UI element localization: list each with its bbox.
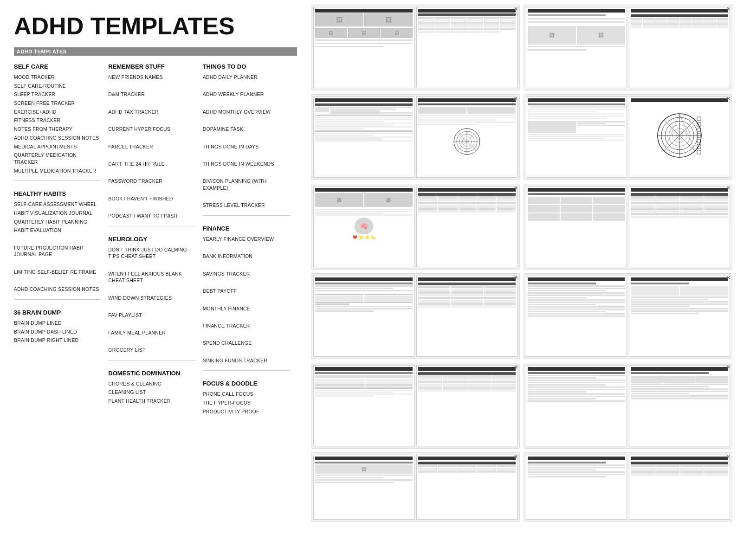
item-stress <box>203 193 290 200</box>
img-5a-1: 🖼 <box>315 193 363 207</box>
item-monthly-finance2: MONTHLY FINANCE <box>203 305 290 312</box>
close-btn-1[interactable]: ✕ <box>514 6 517 12</box>
item-daily-planner: ADHD DAILY PLANNER <box>203 74 290 81</box>
left-panel: ADHD TEMPLATES ADHD TEMPLATES SELF CARE … <box>0 0 306 527</box>
item-self-care-routine: SELF CARE ROUTINE <box>14 83 101 90</box>
sub-doc-2b <box>629 7 730 88</box>
sub-doc-1a: 🖼 🖼 🖼 🖼 🖼 <box>313 7 414 88</box>
mini-header-6b <box>631 188 728 192</box>
section-header-bar: ADHD TEMPLATES <box>14 47 297 56</box>
category-brain-dump: 36 BRAIN DUMP <box>14 309 101 316</box>
brain-img: 🧠 <box>355 218 373 234</box>
category-self-care: SELF CARE <box>14 63 101 70</box>
close-btn-8[interactable]: ✕ <box>726 275 730 280</box>
close-btn-5[interactable]: ✕ <box>514 186 517 191</box>
item-future-proj <box>14 236 101 243</box>
preview-card-9: ✕ <box>311 363 520 449</box>
img-ph-2a: 🖼 <box>528 26 576 45</box>
mini-line-2 <box>315 43 413 44</box>
item-anxious <box>108 262 195 269</box>
close-btn-11[interactable]: ✕ <box>514 454 517 459</box>
item-password2: PASSWORD TRACKER <box>108 178 195 185</box>
item-grocery2: GROCERY LIST <box>108 347 195 354</box>
item-sinking <box>203 348 290 355</box>
item-brain-right: BRAIN DUMP RIGHT LINED <box>14 337 101 344</box>
preview-card-4: ✕ <box>524 94 732 180</box>
item-new-friends: NEW FRIENDS NAMES <box>108 74 195 81</box>
item-sinking2: SINKING FUNDS TRACKER <box>203 357 290 364</box>
close-btn-6[interactable]: ✕ <box>726 186 730 191</box>
preview-multi-11: 🖼 <box>311 453 519 521</box>
mini-header-4b <box>631 98 728 102</box>
mini-header-2b <box>631 9 728 13</box>
close-btn-2[interactable]: ✕ <box>726 6 730 12</box>
item-things-days <box>203 135 290 142</box>
mini-header-9a <box>315 367 413 371</box>
preview-multi-4: ✕ <box>524 95 732 180</box>
category-domestic: DOMESTIC DOMINATION <box>108 370 195 377</box>
category-focus-doodle: FOCUS & DOODLE <box>203 380 290 387</box>
item-adhd-tax2: ADHD TAX TRACKER <box>108 109 195 116</box>
mini-header-3b <box>418 98 516 102</box>
item-bank-info <box>203 245 290 251</box>
sub-doc-8b <box>629 276 730 357</box>
divider-6 <box>203 370 290 371</box>
close-btn-7[interactable]: ✕ <box>514 275 517 280</box>
close-btn-10[interactable]: ✕ <box>726 365 730 370</box>
sub-doc-6a <box>526 186 627 267</box>
ml-2a-4 <box>528 46 625 47</box>
sub-doc-9a <box>313 365 414 446</box>
mini-line-3 <box>315 46 383 47</box>
item-divcon2: DIV/CON PLANNING (WITH EXAMPLE) <box>203 178 290 191</box>
item-wind-down <box>108 286 195 293</box>
mini-header-3a <box>315 98 413 102</box>
preview-multi-2: 🖼 🖼 <box>524 5 732 90</box>
mini-header-10a <box>528 367 625 371</box>
item-dont-think: DON'T THINK JUST DO CALMING TIPS CHEAT S… <box>108 246 195 260</box>
col-1: SELF CARE MOOD TRACKER SELF CARE ROUTINE… <box>14 63 108 417</box>
preview-card-2: 🖼 🖼 <box>524 5 732 90</box>
mini-header-11a <box>315 457 413 460</box>
mini-header-1a <box>315 9 413 13</box>
close-btn-9[interactable]: ✕ <box>514 365 517 370</box>
preview-multi-6: ✕ <box>524 184 732 269</box>
ml-2a-5 <box>528 49 586 51</box>
divider-1 <box>14 180 101 181</box>
item-brain-dash: BRAIN DUMP DASH LINED <box>14 328 101 335</box>
close-btn-4[interactable]: ✕ <box>726 96 730 101</box>
main-container: ADHD TEMPLATES ADHD TEMPLATES SELF CARE … <box>0 0 737 527</box>
item-quarterly-med: QUARTERLY MEDICATION TRACKER <box>14 152 101 165</box>
preview-card-10: ✕ <box>524 363 732 449</box>
preview-card-5: 🖼 🖼 🧠 ❤️ 🌟 <box>311 184 520 270</box>
item-productivity: PRODUCTIVITY PROOF <box>203 408 290 415</box>
columns-wrapper: SELF CARE MOOD TRACKER SELF CARE ROUTINE… <box>14 63 297 417</box>
preview-multi-12: ✕ <box>524 453 732 521</box>
item-wind-down2: WIND DOWN STRATEGIES <box>108 295 195 302</box>
sub-doc-9b <box>416 365 517 446</box>
category-finance: FINANCE <box>203 225 290 232</box>
item-multiple-med: MULTIPLE MEDICATION TRACKER <box>14 167 101 174</box>
divider-5 <box>203 215 290 216</box>
sub-doc-1b <box>416 7 517 88</box>
close-btn-3[interactable]: ✕ <box>514 96 517 101</box>
item-sleep-tracker: SLEEP TRACKER <box>14 91 101 98</box>
item-book <box>108 187 195 193</box>
mini-header-7b <box>418 277 516 281</box>
sub-doc-4b <box>629 97 730 178</box>
mini-line-1 <box>315 39 413 41</box>
col-2: REMEMBER STUFF NEW FRIENDS NAMES D&M TRA… <box>108 63 202 417</box>
item-parcel <box>108 135 195 142</box>
sub-doc-5a: 🖼 🖼 🧠 ❤️ 🌟 <box>313 186 414 267</box>
mini-header-6a <box>528 188 625 192</box>
sub-doc-11a: 🖼 <box>313 455 414 520</box>
preview-multi-3: ✕ <box>311 95 519 180</box>
item-cleaning-list: CLEANING LIST <box>108 389 195 396</box>
item-fitness-tracker: FITNESS TRACKER <box>14 117 101 124</box>
item-divcon <box>203 169 290 176</box>
item-fav-playlist2: FAV PLAYLIST <box>108 312 195 319</box>
preview-card-1: 🖼 🖼 🖼 🖼 🖼 <box>311 5 520 90</box>
item-meal-planner2: FAMILY MEAL PLANNER <box>108 329 195 336</box>
img-11a: 🖼 <box>315 464 413 474</box>
close-btn-12[interactable]: ✕ <box>726 454 730 459</box>
item-habit-eval: HABIT EVALUATION <box>14 227 101 234</box>
